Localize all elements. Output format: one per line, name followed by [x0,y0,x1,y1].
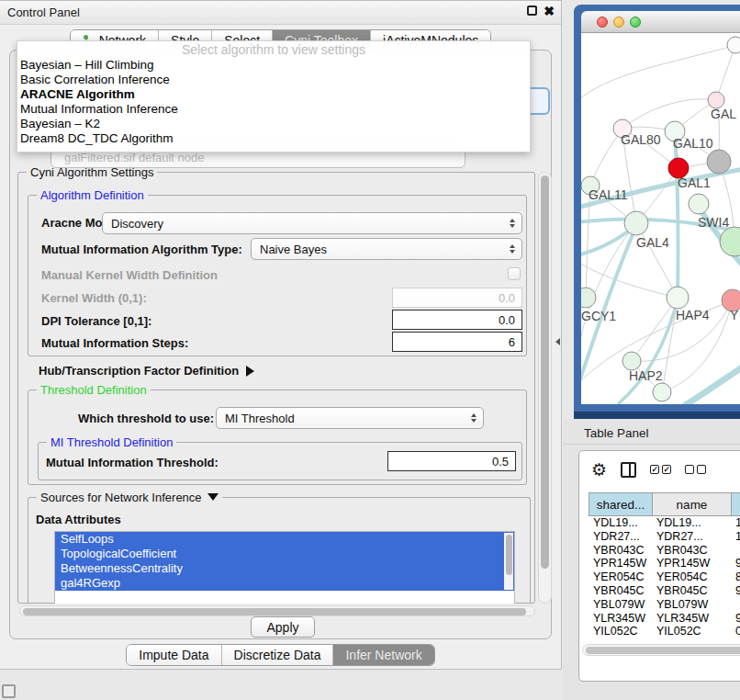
table-row[interactable]: YER054CYER054C8. [589,570,740,584]
apply-button[interactable]: Apply [251,616,315,638]
table-row[interactable]: YPR145WYPR145W9. [589,557,740,570]
panel-title: Control Panel [7,6,80,19]
attribute-list-item[interactable]: TopologicalCoefficient [55,547,514,561]
dpi-tolerance-field[interactable] [392,310,522,330]
close-traffic-icon[interactable] [597,17,608,28]
group-title: Sources for Network Inference [40,491,202,504]
mi-threshold-field[interactable] [387,451,516,471]
table-row[interactable]: YIL052CYIL052C0. [589,625,740,638]
data-attributes-list: SelfLoopsTopologicalCoefficientBetweenne… [54,531,515,604]
which-threshold-label: Which threshold to use: [78,412,214,425]
network-node[interactable] [581,288,596,308]
list-scrollbar[interactable] [504,533,513,590]
gear-icon[interactable]: ⚙ [591,461,607,479]
hub-definition-expander[interactable]: Hub/Transcription Factor Definition [39,364,254,378]
expanded-arrow-icon [207,493,219,501]
mi-steps-field[interactable] [392,332,522,352]
collapsed-panel-icon[interactable] [2,684,16,698]
network-canvas[interactable]: GALGAL80GAL10GAL1GAL11SWI4GAL4GCY1HAP4YH… [581,33,740,404]
tab-label: Discretize Data [234,648,321,662]
attribute-list-item[interactable]: gal4RGexp [55,576,514,591]
column-header[interactable] [731,492,740,516]
table-panel-header: Table Panel [563,419,740,445]
sources-title-toggle[interactable]: Sources for Network Inference [37,491,222,504]
table-cell: YER054C [589,570,652,584]
table-cell: YDR27... [589,530,652,544]
manual-kernel-checkbox[interactable] [508,267,521,280]
collapsed-arrow-icon [246,366,254,377]
attribute-list-item[interactable]: SelfLoops [55,532,514,547]
node-label: GAL11 [589,187,628,202]
column-layout-icon[interactable] [621,462,636,478]
network-node[interactable] [707,150,731,174]
tab-impute-data[interactable]: Impute Data [127,645,221,665]
table-cell: YBR045C [589,584,652,598]
kernel-width-field[interactable] [392,288,522,308]
table-cell: YBL079W [652,598,731,612]
table-cell: YBR043C [589,544,652,558]
aracne-mode-combo[interactable]: Discovery [102,212,522,234]
group-title: Algorithm Definition [37,188,148,202]
network-node[interactable] [624,211,648,235]
mi-type-combo[interactable]: Naive Bayes [251,238,522,260]
column-header[interactable]: shared... [589,492,652,516]
combo-value: MI Threshold [225,412,295,425]
tab-infer-network[interactable]: Infer Network [333,645,433,665]
network-window-titlebar [581,11,740,33]
table-row[interactable]: YBL079WYBL079W [589,598,740,612]
panel-divider-handle-icon[interactable] [555,338,560,345]
focused-combo-edge [531,87,550,115]
network-node[interactable] [653,383,671,401]
which-threshold-combo[interactable]: MI Threshold [216,407,484,429]
table-cell: YPR145W [652,557,731,570]
zoom-traffic-icon[interactable] [630,17,641,28]
settings-horizontal-scrollbar[interactable] [19,605,535,616]
table-cell: 9. [731,584,740,598]
algorithm-option[interactable]: Bayesian – K2 [17,117,530,131]
deselect-all-icon[interactable] [685,465,706,474]
node-label: SWI4 [698,215,729,230]
table-row[interactable]: YDL19...YDL19...13 [589,516,740,530]
table-row[interactable]: YLR345WYLR345W9. [589,612,740,626]
network-view-window: GALGAL80GAL10GAL1GAL11SWI4GAL4GCY1HAP4YH… [574,5,740,420]
table-panel: ⚙ ✓✓ shared... name YDL19...YDL19...13YD… [578,450,740,682]
table-cell: 12 [731,530,740,544]
attribute-list-item[interactable]: BetweennessCentrality [55,561,514,576]
tab-discretize-data[interactable]: Discretize Data [222,645,334,665]
threshold-definition-group: Threshold Definition Which threshold to … [28,390,527,485]
data-attributes-label: Data Attributes [36,513,121,526]
select-all-icon[interactable]: ✓✓ [650,465,671,474]
table-row[interactable]: YDR27...YDR27...12 [589,530,740,544]
column-header[interactable]: name [652,492,731,516]
algorithm-option[interactable]: ARACNE Algorithm [17,87,530,102]
stepper-arrows-icon [471,413,477,423]
table-row[interactable]: YBR043CYBR043C [589,544,740,558]
algorithm-option[interactable]: Mutual Information Inference [17,102,530,117]
table-cell: YBR043C [652,544,731,558]
minimize-traffic-icon[interactable] [613,17,624,28]
network-node[interactable] [622,352,641,370]
table-cell: 8. [731,570,740,584]
settings-vertical-scrollbar[interactable] [538,172,552,604]
stepper-arrows-icon [510,244,515,254]
algorithm-option[interactable]: Basic Correlation Inference [17,73,530,87]
node-label: GAL80 [621,132,661,147]
close-icon[interactable]: ✖ [544,4,555,18]
network-node[interactable] [667,287,689,309]
table-cell: 13 [731,516,740,530]
mi-threshold-definition-group: MI Threshold Definition Mutual Informati… [38,442,522,480]
algorithm-option[interactable]: Bayesian – Hill Climbing [17,58,530,73]
network-node[interactable] [727,37,740,53]
network-node[interactable] [689,194,709,214]
float-window-icon[interactable] [527,6,537,16]
algorithm-dropdown-popup: Select algorithm to view settings Bayesi… [17,40,531,152]
table-horizontal-scrollbar[interactable] [582,644,740,656]
expander-label: Hub/Transcription Factor Definition [39,364,239,378]
table-row[interactable]: YBR045CYBR045C9. [589,584,740,598]
manual-kernel-label: Manual Kernel Width Definition [41,268,218,282]
node-label: GAL [711,107,736,121]
combo-value: Discovery [111,217,163,231]
algorithm-option[interactable]: Dream8 DC_TDC Algorithm [17,131,530,146]
table-cell: YPR145W [589,557,652,570]
network-node[interactable] [720,227,740,256]
